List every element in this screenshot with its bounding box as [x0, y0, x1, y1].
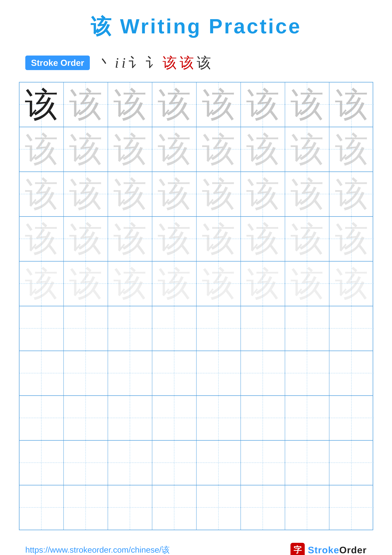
char-guide: 该	[291, 88, 324, 121]
grid-cell-9-7[interactable]	[285, 441, 329, 485]
grid-cell-6-4[interactable]	[152, 306, 197, 351]
grid-cell-4-4[interactable]: 该	[152, 217, 197, 261]
grid-cell-8-2[interactable]	[64, 396, 108, 440]
grid-cell-4-1[interactable]: 该	[20, 217, 64, 261]
grid-cell-5-6[interactable]: 该	[241, 262, 285, 306]
grid-cell-3-1[interactable]: 该	[20, 172, 64, 216]
char-guide: 该	[335, 88, 368, 121]
grid-cell-3-8[interactable]: 该	[329, 172, 374, 216]
grid-cell-5-8[interactable]: 该	[329, 262, 374, 306]
grid-cell-7-7[interactable]	[285, 351, 329, 395]
grid-cell-9-4[interactable]	[152, 441, 197, 485]
grid-cell-10-1[interactable]	[20, 485, 64, 530]
grid-cell-1-6[interactable]: 该	[241, 82, 285, 127]
title-character: 该	[91, 15, 113, 38]
stroke-1: 丶	[98, 53, 112, 73]
grid-cell-7-8[interactable]	[329, 351, 374, 395]
grid-cell-4-8[interactable]: 该	[329, 217, 374, 261]
grid-cell-6-8[interactable]	[329, 306, 374, 351]
grid-cell-9-1[interactable]	[20, 441, 64, 485]
grid-cell-10-4[interactable]	[152, 485, 197, 530]
grid-cell-8-5[interactable]	[197, 396, 241, 440]
grid-cell-3-4[interactable]: 该	[152, 172, 197, 216]
grid-cell-2-6[interactable]: 该	[241, 127, 285, 171]
grid-cell-3-5[interactable]: 该	[197, 172, 241, 216]
grid-cell-1-4[interactable]: 该	[152, 82, 197, 127]
grid-cell-3-7[interactable]: 该	[285, 172, 329, 216]
grid-cell-5-7[interactable]: 该	[285, 262, 329, 306]
grid-cell-10-7[interactable]	[285, 485, 329, 530]
grid-cell-7-3[interactable]	[108, 351, 152, 395]
grid-row-10	[20, 485, 373, 530]
grid-cell-9-5[interactable]	[197, 441, 241, 485]
grid-cell-8-6[interactable]	[241, 396, 285, 440]
grid-cell-7-4[interactable]	[152, 351, 197, 395]
grid-cell-10-2[interactable]	[64, 485, 108, 530]
char-guide: 该	[25, 222, 58, 256]
grid-cell-1-2[interactable]: 该	[64, 82, 108, 127]
grid-cell-7-2[interactable]	[64, 351, 108, 395]
grid-row-1: 该 该 该 该 该 该 该 该	[20, 82, 373, 127]
practice-grid: 该 该 该 该 该 该 该 该	[19, 82, 373, 530]
footer-url[interactable]: https://www.strokeorder.com/chinese/该	[25, 544, 170, 555]
grid-cell-1-1[interactable]: 该	[20, 82, 64, 127]
char-guide: 该	[25, 267, 58, 300]
brand-icon: 字	[291, 543, 305, 555]
char-guide: 该	[202, 177, 235, 211]
grid-cell-2-4[interactable]: 该	[152, 127, 197, 171]
grid-cell-8-4[interactable]	[152, 396, 197, 440]
grid-cell-4-3[interactable]: 该	[108, 217, 152, 261]
grid-cell-7-6[interactable]	[241, 351, 285, 395]
grid-cell-3-2[interactable]: 该	[64, 172, 108, 216]
grid-cell-9-6[interactable]	[241, 441, 285, 485]
char-guide: 该	[158, 133, 191, 166]
grid-cell-1-5[interactable]: 该	[197, 82, 241, 127]
grid-cell-6-3[interactable]	[108, 306, 152, 351]
grid-cell-5-4[interactable]: 该	[152, 262, 197, 306]
grid-cell-2-1[interactable]: 该	[20, 127, 64, 171]
grid-cell-4-7[interactable]: 该	[285, 217, 329, 261]
grid-cell-10-8[interactable]	[329, 485, 374, 530]
grid-cell-10-3[interactable]	[108, 485, 152, 530]
grid-cell-6-7[interactable]	[285, 306, 329, 351]
grid-cell-10-6[interactable]	[241, 485, 285, 530]
grid-cell-8-1[interactable]	[20, 396, 64, 440]
grid-cell-6-1[interactable]	[20, 306, 64, 351]
grid-cell-1-8[interactable]: 该	[329, 82, 374, 127]
stroke-6: 该	[163, 53, 177, 73]
grid-cell-6-2[interactable]	[64, 306, 108, 351]
grid-cell-6-5[interactable]	[197, 306, 241, 351]
grid-cell-9-2[interactable]	[64, 441, 108, 485]
grid-cell-2-7[interactable]: 该	[285, 127, 329, 171]
grid-cell-2-2[interactable]: 该	[64, 127, 108, 171]
grid-cell-9-3[interactable]	[108, 441, 152, 485]
grid-cell-2-8[interactable]: 该	[329, 127, 374, 171]
grid-cell-5-3[interactable]: 该	[108, 262, 152, 306]
stroke-4: 讠	[128, 53, 143, 73]
grid-cell-8-7[interactable]	[285, 396, 329, 440]
grid-cell-8-8[interactable]	[329, 396, 374, 440]
grid-cell-1-7[interactable]: 该	[285, 82, 329, 127]
grid-cell-2-3[interactable]: 该	[108, 127, 152, 171]
page-title: 该 Writing Practice	[91, 13, 301, 41]
grid-row-2: 该 该 该 该 该 该 该 该	[20, 127, 373, 172]
grid-cell-9-8[interactable]	[329, 441, 374, 485]
grid-cell-1-3[interactable]: 该	[108, 82, 152, 127]
grid-cell-2-5[interactable]: 该	[197, 127, 241, 171]
grid-cell-7-5[interactable]	[197, 351, 241, 395]
grid-cell-5-2[interactable]: 该	[64, 262, 108, 306]
grid-cell-5-1[interactable]: 该	[20, 262, 64, 306]
char-guide: 该	[335, 177, 368, 211]
char-guide: 该	[113, 133, 147, 166]
grid-cell-4-6[interactable]: 该	[241, 217, 285, 261]
grid-cell-10-5[interactable]	[197, 485, 241, 530]
grid-cell-3-6[interactable]: 该	[241, 172, 285, 216]
char-guide: 该	[246, 267, 279, 300]
grid-cell-4-5[interactable]: 该	[197, 217, 241, 261]
grid-cell-7-1[interactable]	[20, 351, 64, 395]
grid-cell-5-5[interactable]: 该	[197, 262, 241, 306]
grid-cell-3-3[interactable]: 该	[108, 172, 152, 216]
grid-cell-8-3[interactable]	[108, 396, 152, 440]
grid-cell-4-2[interactable]: 该	[64, 217, 108, 261]
grid-cell-6-6[interactable]	[241, 306, 285, 351]
